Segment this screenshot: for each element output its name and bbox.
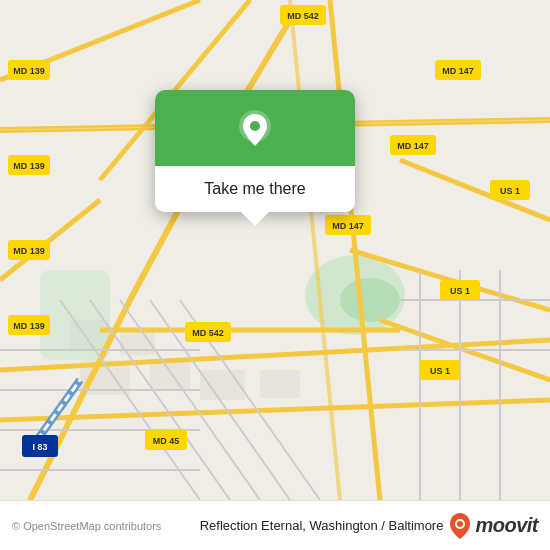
svg-point-11 <box>340 278 400 322</box>
svg-text:I 83: I 83 <box>32 442 47 452</box>
place-name: Reflection Eternal, Washington / Baltimo… <box>200 518 444 533</box>
svg-rect-8 <box>200 370 245 400</box>
map-svg: MD 139 MD 139 MD 139 MD 139 MD 542 MD 54… <box>0 0 550 500</box>
bottom-right-section: Reflection Eternal, Washington / Baltimo… <box>200 512 538 540</box>
svg-text:MD 147: MD 147 <box>442 66 474 76</box>
popup-card: Take me there <box>155 90 355 212</box>
copyright-text: © OpenStreetMap contributors <box>12 520 161 532</box>
location-pin-icon <box>233 108 277 152</box>
svg-text:MD 45: MD 45 <box>153 436 180 446</box>
popup-tail <box>241 212 269 226</box>
svg-text:MD 139: MD 139 <box>13 321 45 331</box>
svg-text:US 1: US 1 <box>450 286 470 296</box>
svg-point-77 <box>457 521 463 527</box>
take-me-there-button[interactable]: Take me there <box>155 166 355 212</box>
svg-text:MD 139: MD 139 <box>13 66 45 76</box>
moovit-logo: moovit <box>449 512 538 540</box>
bottom-bar: © OpenStreetMap contributors Reflection … <box>0 500 550 550</box>
popup-icon-area <box>155 90 355 166</box>
svg-rect-7 <box>150 360 190 390</box>
map-container: MD 139 MD 139 MD 139 MD 139 MD 542 MD 54… <box>0 0 550 500</box>
svg-text:MD 139: MD 139 <box>13 246 45 256</box>
svg-point-75 <box>250 121 260 131</box>
svg-text:MD 542: MD 542 <box>287 11 319 21</box>
svg-text:US 1: US 1 <box>430 366 450 376</box>
svg-text:MD 147: MD 147 <box>397 141 429 151</box>
svg-rect-9 <box>260 370 300 398</box>
svg-text:MD 147: MD 147 <box>332 221 364 231</box>
moovit-text: moovit <box>475 514 538 537</box>
svg-text:MD 139: MD 139 <box>13 161 45 171</box>
svg-text:US 1: US 1 <box>500 186 520 196</box>
moovit-pin-icon <box>449 512 471 540</box>
svg-text:MD 542: MD 542 <box>192 328 224 338</box>
